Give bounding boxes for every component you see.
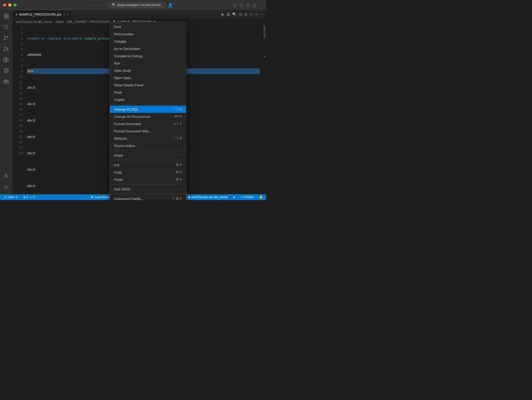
sync-icon: ↻ bbox=[16, 196, 18, 199]
maximize-button[interactable] bbox=[14, 3, 17, 7]
prettier-label: ✓ Prettier bbox=[240, 195, 254, 199]
menu-label-share: Share bbox=[114, 153, 123, 157]
back-button[interactable]: ← bbox=[91, 2, 97, 8]
menu-label-change-all: Change All Occurrences bbox=[114, 115, 150, 119]
activity-run[interactable] bbox=[1, 44, 11, 54]
activity-bar bbox=[0, 10, 12, 194]
menu-label-compile: Compile bbox=[114, 40, 127, 43]
menu-item-open-body[interactable]: Open Body bbox=[110, 67, 186, 74]
activity-settings[interactable] bbox=[1, 182, 11, 192]
menu-item-unwrap[interactable]: Unwrap PL/SQL ^ ⇧ U bbox=[110, 106, 186, 113]
tab-sample-procedure[interactable]: ● SAMPLE_PROCEDURE.pls 5 × bbox=[12, 10, 72, 19]
menu-item-compile-debug[interactable]: Compile for Debug bbox=[110, 52, 186, 60]
menu-item-refactor[interactable]: Refactor... ^ ⇧ R bbox=[110, 135, 186, 142]
svg-point-18 bbox=[5, 174, 7, 176]
panel-icon[interactable]: ▭ bbox=[250, 12, 253, 16]
breadcrumb-dbl-owner[interactable]: DBL_OWNER bbox=[67, 20, 87, 24]
more-tabs-icon[interactable]: ⋯ bbox=[260, 12, 264, 16]
close-button[interactable] bbox=[3, 3, 6, 7]
right-scrollbar[interactable] bbox=[263, 25, 266, 194]
activity-explorer[interactable] bbox=[1, 11, 11, 21]
statusbar-copilot[interactable]: ● bbox=[232, 194, 236, 200]
more-icon[interactable]: ⋯ bbox=[259, 3, 263, 7]
activity-search[interactable] bbox=[1, 22, 11, 32]
statusbar-errors[interactable]: ⊗ 5 ⚠ 0 bbox=[22, 194, 36, 200]
activity-database[interactable] bbox=[1, 66, 11, 76]
svg-rect-21 bbox=[114, 21, 115, 22]
menu-label-show-details: Show Details Panel bbox=[114, 83, 143, 87]
menu-label-go-to-declaration: Go to Declaration bbox=[114, 47, 140, 51]
menu-separator-5 bbox=[110, 194, 186, 194]
menu-label-copilot: Copilot bbox=[114, 98, 124, 102]
statusbar-branch[interactable]: ⎇ main ↻ bbox=[2, 194, 19, 200]
layout-icon4[interactable]: ◫ bbox=[253, 3, 256, 7]
menu-item-format-doc[interactable]: Format Document ⌥⇧ F bbox=[110, 120, 186, 127]
layout-icon2[interactable]: ◫ bbox=[240, 3, 243, 7]
svg-point-13 bbox=[4, 69, 8, 70]
tab-icon: ● bbox=[16, 13, 17, 16]
copy-shortcut: ⌘ C bbox=[176, 170, 182, 174]
menu-item-command-palette[interactable]: Command Palette... ⇧ ⌘ P bbox=[110, 195, 186, 200]
menu-item-show-details[interactable]: Show Details Panel bbox=[110, 81, 186, 89]
menu-item-peek[interactable]: Peek › bbox=[110, 89, 186, 96]
command-palette-shortcut: ⇧ ⌘ P bbox=[172, 197, 182, 200]
settings-editor-icon[interactable]: ⚙ bbox=[239, 12, 242, 16]
activity-source-control[interactable] bbox=[1, 33, 11, 43]
tab-badge: 5 bbox=[63, 13, 65, 16]
run-code-icon[interactable]: ▶ bbox=[222, 12, 224, 16]
svg-point-4 bbox=[4, 25, 8, 29]
statusbar-prettier[interactable]: ✓ Prettier bbox=[239, 194, 255, 200]
menu-item-change-all[interactable]: Change All Occurrences ⌘ F2 bbox=[110, 113, 186, 120]
breadcrumb-object[interactable]: object bbox=[55, 20, 64, 24]
menu-item-format-doc-with[interactable]: Format Document With... bbox=[110, 127, 186, 135]
menu-item-print[interactable]: Print bbox=[110, 23, 186, 30]
menu-label-print: Print bbox=[114, 25, 121, 29]
statusbar-notifications[interactable]: 🔔 bbox=[258, 194, 264, 200]
menu-item-copilot[interactable]: Copilot › bbox=[110, 96, 186, 103]
activity-account[interactable] bbox=[1, 171, 11, 181]
layout-icon1[interactable]: ◫ bbox=[233, 3, 237, 7]
breadcrumb-procedure[interactable]: PROCEDURE bbox=[90, 20, 110, 24]
change-all-shortcut: ⌘ F2 bbox=[174, 115, 182, 118]
tab-close-button[interactable]: × bbox=[66, 12, 69, 16]
scrollbar-thumb bbox=[263, 25, 265, 38]
search-editor-icon[interactable]: 🔍 bbox=[232, 12, 237, 16]
activity-bottom bbox=[1, 171, 11, 192]
menu-item-open-spec[interactable]: Open Spec bbox=[110, 74, 186, 81]
menu-item-share[interactable]: Share › bbox=[110, 152, 186, 159]
settings2-icon[interactable]: ⚙ bbox=[244, 12, 248, 16]
menu-item-compile[interactable]: Compile bbox=[110, 38, 186, 45]
search-icon: 🔍 bbox=[112, 3, 116, 7]
menu-item-run[interactable]: Run bbox=[110, 60, 186, 67]
activity-docker[interactable] bbox=[1, 76, 11, 87]
menu-item-copy[interactable]: Copy ⌘ C bbox=[110, 169, 186, 176]
menu-item-sort-json[interactable]: Sort JSON › bbox=[110, 185, 186, 193]
menu-item-paste[interactable]: Paste ⌘ V bbox=[110, 176, 186, 183]
split-icon[interactable]: ✏ bbox=[255, 12, 258, 16]
nav-arrows: ← → bbox=[91, 2, 104, 8]
tab-label: SAMPLE_PROCEDURE.pls bbox=[19, 12, 61, 16]
menu-label-peek: Peek bbox=[114, 91, 122, 94]
statusbar-launchpad[interactable]: ⌘ Launchpad bbox=[89, 194, 111, 200]
menu-label-copy: Copy bbox=[114, 170, 122, 174]
layout-icon3[interactable]: ◫ bbox=[246, 3, 250, 7]
activity-extensions[interactable] bbox=[1, 55, 11, 65]
titlebar: ← → 🔍 plsql-unwrapper-vscode-private 👤˅ … bbox=[0, 0, 266, 10]
menu-item-print-preview[interactable]: Print preview bbox=[110, 30, 186, 38]
breadcrumb-root[interactable]: ace23ai-phs-as-dbl_owner bbox=[16, 20, 52, 24]
window-controls[interactable] bbox=[3, 3, 17, 7]
svg-rect-1 bbox=[6, 14, 8, 16]
statusbar-db[interactable]: ◆ ace23ai-phs-as-dbl_owner bbox=[187, 194, 229, 200]
menu-item-source-action[interactable]: Source Action... bbox=[110, 142, 186, 149]
search-bar[interactable]: 🔍 plsql-unwrapper-vscode-private bbox=[109, 2, 166, 8]
minimize-button[interactable] bbox=[8, 3, 11, 7]
menu-label-open-spec: Open Spec bbox=[114, 76, 131, 80]
print-icon[interactable]: 🖶 bbox=[227, 12, 230, 16]
launchpad-icon: ⌘ bbox=[90, 195, 94, 199]
bell-icon: 🔔 bbox=[259, 195, 263, 199]
menu-item-go-to-declaration[interactable]: Go to Declaration bbox=[110, 45, 186, 52]
svg-rect-17 bbox=[7, 81, 8, 82]
forward-button[interactable]: → bbox=[98, 2, 104, 8]
account-icon[interactable]: 👤˅ bbox=[168, 3, 175, 8]
menu-item-cut[interactable]: Cut ⌘ X bbox=[110, 161, 186, 169]
